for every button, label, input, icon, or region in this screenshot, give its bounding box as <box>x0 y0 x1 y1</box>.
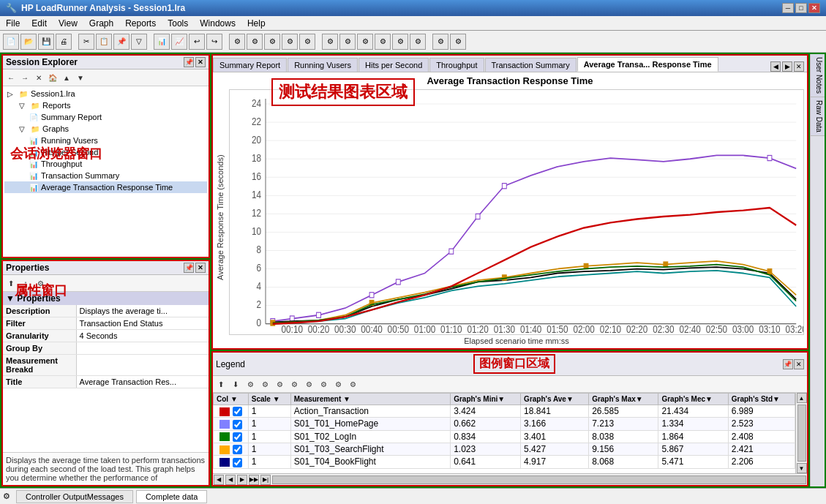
tree-throughput[interactable]: 📊 Throughput <box>4 158 207 170</box>
save-button[interactable]: 💾 <box>38 34 54 50</box>
tree-up-btn[interactable]: ▲ <box>60 71 73 84</box>
prop-btn2[interactable]: ↕ <box>19 277 32 290</box>
tab-avg-response-time[interactable]: Average Transa... Response Time <box>577 57 718 72</box>
tab-transaction-summary[interactable]: Transaction Summary <box>485 58 577 72</box>
maximize-button[interactable]: □ <box>795 3 807 13</box>
scrollbar-thumb[interactable] <box>797 405 806 462</box>
open-button[interactable]: 📂 <box>20 34 37 50</box>
tool-btn3[interactable]: ⚙ <box>229 34 245 50</box>
tree-hits-per-second[interactable]: 📊 Hits per Second <box>4 146 207 158</box>
tool-btn11[interactable]: ⚙ <box>375 34 391 50</box>
hscroll-next[interactable]: ▶ <box>237 475 247 485</box>
minimize-button[interactable]: ─ <box>782 3 794 13</box>
legend-checkbox-2[interactable] <box>233 432 242 442</box>
tab-prev-button[interactable]: ◀ <box>770 61 781 72</box>
tool-btn6[interactable]: ⚙ <box>282 34 298 50</box>
legend-close-button[interactable]: ✕ <box>794 359 804 369</box>
prop-btn3[interactable]: ⚙ <box>34 277 47 290</box>
pin-button[interactable]: 📌 <box>184 57 194 67</box>
legend-btn9[interactable]: ⚙ <box>331 377 345 391</box>
col-header-avg[interactable]: Graph's Ave▼ <box>521 394 589 405</box>
hscroll-end[interactable]: ▶| <box>260 475 271 485</box>
tree-home-btn[interactable]: 🏠 <box>46 71 59 84</box>
col-header-col[interactable]: Col ▼ <box>214 394 249 405</box>
tab-running-vusers[interactable]: Running Vusers <box>288 58 358 72</box>
hscrollbar-thumb[interactable] <box>272 475 806 484</box>
tree-delete-btn[interactable]: ✕ <box>32 71 45 84</box>
graph-btn2[interactable]: 📈 <box>171 34 187 50</box>
col-header-mec[interactable]: Graph's Mec▼ <box>658 394 728 405</box>
col-header-min[interactable]: Graph's Mini▼ <box>451 394 521 405</box>
tree-forward-btn[interactable]: → <box>18 71 31 84</box>
col-header-max[interactable]: Graph's Max▼ <box>589 394 658 405</box>
legend-checkbox-4[interactable] <box>233 458 242 467</box>
hscroll-left[interactable]: ◀ <box>214 475 224 485</box>
prop-btn1[interactable]: ⬆ <box>4 277 18 290</box>
menu-reports[interactable]: Reports <box>119 16 162 30</box>
menu-edit[interactable]: Edit <box>26 16 53 30</box>
legend-pin-button[interactable]: 📌 <box>783 359 793 369</box>
tree-root[interactable]: ▷ 📁 Session1.lra <box>4 88 207 99</box>
legend-checkbox-0[interactable] <box>233 407 242 416</box>
tool-btn9[interactable]: ⚙ <box>339 34 356 50</box>
tree-avg-response-time[interactable]: 📊 Average Transaction Response Time <box>4 181 207 193</box>
tool-btn5[interactable]: ⚙ <box>264 34 280 50</box>
tree-down-btn[interactable]: ▼ <box>74 71 87 84</box>
close-props-button[interactable]: ✕ <box>195 263 206 273</box>
legend-btn1[interactable]: ⬆ <box>214 377 228 391</box>
close-session-explorer-button[interactable]: ✕ <box>195 57 206 67</box>
legend-btn6[interactable]: ⚙ <box>288 377 301 391</box>
tool-btn12[interactable]: ⚙ <box>392 34 408 50</box>
side-raw-data[interactable]: Raw Data <box>811 97 825 136</box>
tab-summary-report[interactable]: Summary Report <box>213 58 287 72</box>
legend-btn7[interactable]: ⚙ <box>302 377 315 391</box>
cut-button[interactable]: ✂ <box>78 34 94 50</box>
tree-running-vusers[interactable]: 📊 Running Vusers <box>4 135 207 146</box>
tab-throughput[interactable]: Throughput <box>429 58 484 72</box>
tree-reports[interactable]: ▽ 📁 Reports <box>4 99 207 111</box>
undo-button[interactable]: ↩ <box>189 34 205 50</box>
col-header-scale[interactable]: Scale ▼ <box>248 394 290 405</box>
bottom-tab-controller[interactable]: Controller OutputMessages <box>16 490 133 503</box>
tree-summary-report[interactable]: 📄 Summary Report <box>4 111 207 123</box>
legend-checkbox-1[interactable] <box>233 420 242 429</box>
legend-btn2[interactable]: ⬇ <box>229 377 242 391</box>
redo-button[interactable]: ↪ <box>206 34 222 50</box>
tab-next-button[interactable]: ▶ <box>782 61 792 72</box>
tab-close-button[interactable]: ✕ <box>794 61 804 72</box>
legend-btn5[interactable]: ⚙ <box>273 377 286 391</box>
paste-button[interactable]: 📌 <box>113 34 129 50</box>
tool-btn8[interactable]: ⚙ <box>322 34 338 50</box>
side-user-notes[interactable]: User Notes <box>811 54 825 97</box>
scrollbar-down[interactable]: ▼ <box>797 463 807 473</box>
legend-btn10[interactable]: ⚙ <box>346 377 359 391</box>
tool-btn13[interactable]: ⚙ <box>410 34 426 50</box>
tree-back-btn[interactable]: ← <box>4 71 18 84</box>
pin-props-button[interactable]: 📌 <box>184 263 194 273</box>
menu-file[interactable]: File <box>0 16 26 30</box>
tool-btn10[interactable]: ⚙ <box>357 34 373 50</box>
bottom-tab-complete-data[interactable]: Complete data <box>136 490 208 503</box>
tool-btn14[interactable]: ⚙ <box>432 34 448 50</box>
graph-btn1[interactable]: 📊 <box>154 34 170 50</box>
legend-scrollbar[interactable]: ▲ ▼ <box>795 393 807 473</box>
hscroll-prev[interactable]: ◀ <box>225 475 236 485</box>
hscroll-right[interactable]: ▶▶ <box>249 475 259 485</box>
close-button[interactable]: ✕ <box>808 3 820 13</box>
print-button[interactable]: 🖨 <box>56 34 72 50</box>
tool-btn4[interactable]: ⚙ <box>247 34 263 50</box>
menu-tools[interactable]: Tools <box>162 16 194 30</box>
tool-btn7[interactable]: ⚙ <box>299 34 315 50</box>
tool-btn15[interactable]: ⚙ <box>450 34 466 50</box>
legend-btn3[interactable]: ⚙ <box>244 377 257 391</box>
menu-view[interactable]: View <box>53 16 83 30</box>
filter-button[interactable]: ▽ <box>131 34 147 50</box>
menu-windows[interactable]: Windows <box>194 16 241 30</box>
col-header-measurement[interactable]: Measurement ▼ <box>290 394 450 405</box>
menu-graph[interactable]: Graph <box>83 16 119 30</box>
col-header-std[interactable]: Graph's Std▼ <box>728 394 795 405</box>
copy-button[interactable]: 📋 <box>96 34 112 50</box>
legend-btn8[interactable]: ⚙ <box>317 377 330 391</box>
scrollbar-up[interactable]: ▲ <box>797 393 807 403</box>
tab-hits-per-second[interactable]: Hits per Second <box>358 58 429 72</box>
